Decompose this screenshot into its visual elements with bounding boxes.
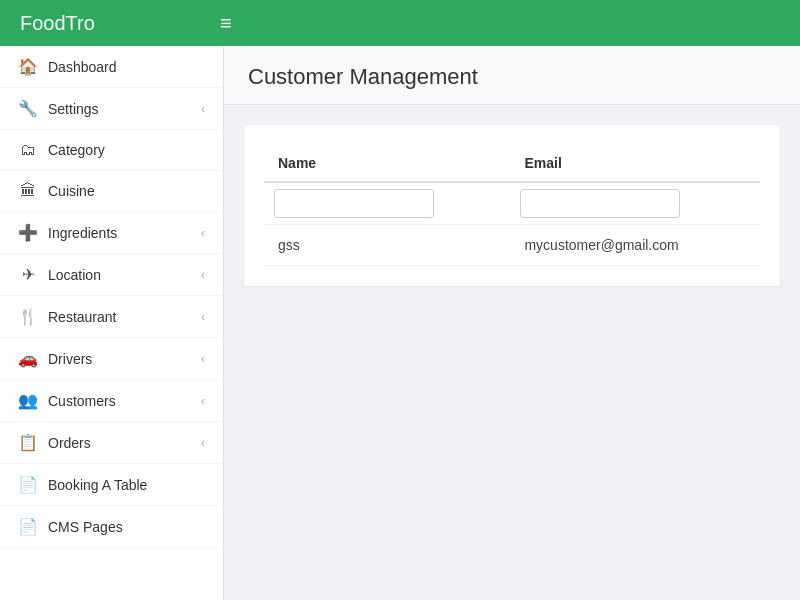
main-layout: 🏠 Dashboard 🔧 Settings ‹ 🗂 Category 🏛 Cu… bbox=[0, 46, 800, 600]
cell-name: gss bbox=[264, 225, 510, 266]
chevron-icon: ‹ bbox=[201, 102, 205, 116]
settings-icon: 🔧 bbox=[18, 99, 38, 118]
sidebar-item-restaurant[interactable]: 🍴 Restaurant ‹ bbox=[0, 296, 223, 338]
chevron-icon: ‹ bbox=[201, 226, 205, 240]
sidebar-item-dashboard[interactable]: 🏠 Dashboard bbox=[0, 46, 223, 88]
sidebar-label-ingredients: Ingredients bbox=[48, 225, 117, 241]
chevron-icon: ‹ bbox=[201, 352, 205, 366]
chevron-icon: ‹ bbox=[201, 394, 205, 408]
content-card: Name Email bbox=[244, 125, 780, 286]
sidebar-item-ingredients[interactable]: ➕ Ingredients ‹ bbox=[0, 212, 223, 254]
sidebar-item-category[interactable]: 🗂 Category bbox=[0, 130, 223, 171]
brand-logo: FoodTro bbox=[20, 12, 220, 35]
sidebar-label-dashboard: Dashboard bbox=[48, 59, 117, 75]
sidebar-item-booking[interactable]: 📄 Booking A Table bbox=[0, 464, 223, 506]
table-filter-row bbox=[264, 182, 760, 225]
sidebar-item-cuisine[interactable]: 🏛 Cuisine bbox=[0, 171, 223, 212]
filter-email-cell bbox=[510, 182, 760, 225]
filter-name-cell bbox=[264, 182, 510, 225]
filter-name-input[interactable] bbox=[274, 189, 434, 218]
table-row: gss mycustomer@gmail.com bbox=[264, 225, 760, 266]
sidebar-label-customers: Customers bbox=[48, 393, 116, 409]
table-header-row: Name Email bbox=[264, 145, 760, 182]
cell-email: mycustomer@gmail.com bbox=[510, 225, 760, 266]
sidebar-label-orders: Orders bbox=[48, 435, 91, 451]
main-content: Customer Management Name Email bbox=[224, 46, 800, 600]
col-email: Email bbox=[510, 145, 760, 182]
drivers-icon: 🚗 bbox=[18, 349, 38, 368]
sidebar-item-location[interactable]: ✈ Location ‹ bbox=[0, 254, 223, 296]
sidebar-item-cms[interactable]: 📄 CMS Pages bbox=[0, 506, 223, 548]
hamburger-button[interactable]: ≡ bbox=[220, 12, 232, 35]
sidebar-label-restaurant: Restaurant bbox=[48, 309, 116, 325]
restaurant-icon: 🍴 bbox=[18, 307, 38, 326]
sidebar-label-cuisine: Cuisine bbox=[48, 183, 95, 199]
sidebar-label-booking: Booking A Table bbox=[48, 477, 147, 493]
customers-table: Name Email bbox=[264, 145, 760, 266]
sidebar-label-location: Location bbox=[48, 267, 101, 283]
ingredients-icon: ➕ bbox=[18, 223, 38, 242]
top-navbar: FoodTro ≡ bbox=[0, 0, 800, 46]
sidebar-item-orders[interactable]: 📋 Orders ‹ bbox=[0, 422, 223, 464]
filter-email-input[interactable] bbox=[520, 189, 680, 218]
cms-icon: 📄 bbox=[18, 517, 38, 536]
brand-light: Tro bbox=[66, 12, 95, 34]
booking-icon: 📄 bbox=[18, 475, 38, 494]
col-name: Name bbox=[264, 145, 510, 182]
chevron-icon: ‹ bbox=[201, 436, 205, 450]
sidebar-label-settings: Settings bbox=[48, 101, 99, 117]
sidebar-label-drivers: Drivers bbox=[48, 351, 92, 367]
customers-icon: 👥 bbox=[18, 391, 38, 410]
sidebar-item-customers[interactable]: 👥 Customers ‹ bbox=[0, 380, 223, 422]
chevron-icon: ‹ bbox=[201, 310, 205, 324]
sidebar-label-cms: CMS Pages bbox=[48, 519, 123, 535]
chevron-icon: ‹ bbox=[201, 268, 205, 282]
location-icon: ✈ bbox=[18, 265, 38, 284]
sidebar-item-drivers[interactable]: 🚗 Drivers ‹ bbox=[0, 338, 223, 380]
sidebar-item-settings[interactable]: 🔧 Settings ‹ bbox=[0, 88, 223, 130]
dashboard-icon: 🏠 bbox=[18, 57, 38, 76]
cuisine-icon: 🏛 bbox=[18, 182, 38, 200]
page-header: Customer Management bbox=[224, 46, 800, 105]
page-title: Customer Management bbox=[248, 64, 776, 90]
orders-icon: 📋 bbox=[18, 433, 38, 452]
brand-bold: Food bbox=[20, 12, 66, 34]
table-container: Name Email bbox=[264, 145, 760, 266]
sidebar: 🏠 Dashboard 🔧 Settings ‹ 🗂 Category 🏛 Cu… bbox=[0, 46, 224, 600]
category-icon: 🗂 bbox=[18, 141, 38, 159]
sidebar-label-category: Category bbox=[48, 142, 105, 158]
